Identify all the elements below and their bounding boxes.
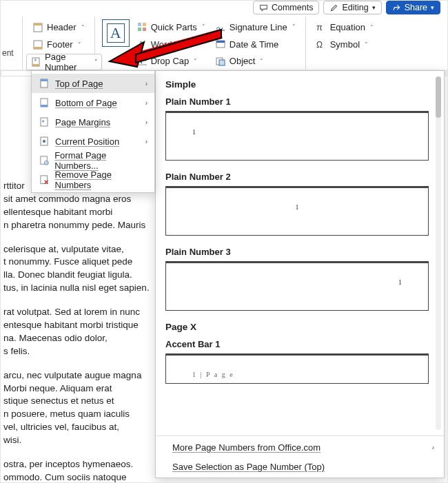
svg-rect-3 [34,47,42,49]
submenu-arrow-icon: › [432,444,434,451]
menu-remove-page-numbers[interactable]: Remove Page Numbers [32,170,154,189]
comments-button[interactable]: Comments [253,1,319,14]
submenu-arrow-icon: › [145,119,147,126]
scrollbar-thumb[interactable] [436,76,441,118]
menu-current-position[interactable]: Current Position › [32,132,154,151]
menu-top-of-page[interactable]: Top of Page › [32,74,154,93]
quick-parts-button[interactable]: Quick Parts ˅ [134,19,208,35]
svg-rect-1 [34,23,42,25]
drop-cap-button[interactable]: A Drop Cap ˅ [134,53,208,69]
preview-number: 1 | P a g e [192,371,234,378]
chevron-down-icon: ˅ [202,23,205,30]
page-top-icon [39,78,50,89]
footer-button[interactable]: Footer ˅ [30,37,88,52]
chevron-down-icon: ˅ [365,41,368,48]
svg-rect-26 [41,105,48,107]
label-fragment: ent [2,48,15,58]
gallery-item-accent-1[interactable]: 1 | P a g e [165,353,429,384]
submenu-arrow-icon: › [145,80,147,88]
share-icon [392,3,401,12]
wordart-button[interactable]: A WordArt [134,37,208,52]
header-button[interactable]: Header ˅ [30,19,88,35]
object-label: Object [230,56,256,66]
date-time-button[interactable]: Date & Time [212,37,298,52]
submenu-arrow-icon: › [145,99,147,107]
ruler[interactable] [1,70,32,76]
symbol-button[interactable]: Ω Symbol ˅ [313,37,376,52]
svg-rect-24 [41,79,48,81]
gallery-item-plain-1[interactable]: 1 [165,111,429,161]
chevron-down-icon: ˅ [78,41,81,48]
menu-label: Page Margins [55,117,110,127]
chevron-down-icon: ▾ [431,4,434,11]
remove-icon [39,174,50,185]
page-margins-icon: # [39,116,50,127]
symbol-icon: Ω [316,39,327,50]
menu-format-page-numbers[interactable]: Format Page Numbers... [32,151,154,170]
format-icon [39,155,49,166]
share-button[interactable]: Share ▾ [386,1,440,14]
textbox-icon: A [102,19,130,47]
more-label: More Page Numbers from Office.com [172,442,320,453]
gallery-item-title: Plain Number 2 [165,172,429,182]
svg-rect-7 [143,28,146,31]
chevron-down-icon: ˅ [194,58,197,65]
svg-rect-4 [138,23,141,26]
signature-label: Signature Line [230,22,287,32]
svg-text:#: # [34,58,37,62]
scrollbar-track[interactable] [436,76,441,430]
header-icon [32,22,43,33]
drop-cap-label: Drop Cap [151,56,190,66]
footer-icon [32,39,43,50]
page-bottom-icon [39,97,50,108]
menu-page-margins[interactable]: # Page Margins › [32,112,154,132]
page-number-menu: Top of Page › Bottom of Page › # Page Ma… [31,70,155,193]
svg-point-32 [45,161,49,165]
object-button[interactable]: Object ˅ [212,53,298,69]
more-from-office-button[interactable]: More Page Numbers from Office.com › [156,438,444,457]
svg-rect-15 [216,41,225,43]
equation-label: Equation [330,22,365,32]
svg-text:A: A [137,39,143,49]
preview-number: 1 [296,203,299,211]
gallery-scroll[interactable]: Simple Plain Number 1 1 Plain Number 2 1… [156,71,444,435]
save-selection-button[interactable]: Save Selection as Page Number (Top) [156,457,444,476]
signature-icon [215,21,226,32]
gallery-item-plain-3[interactable]: 1 [165,261,429,311]
header-label: Header [47,22,77,32]
drop-cap-icon: A [136,56,147,67]
chevron-down-icon: ˅ [81,24,85,31]
quick-parts-label: Quick Parts [151,22,197,32]
footer-label: Footer [47,39,73,50]
menu-label: Top of Page [55,79,103,89]
chevron-down-icon: ▾ [372,4,376,11]
ribbon-group-symbols: π Equation ˅ Ω Symbol ˅ [306,17,383,70]
save-label: Save Selection as Page Number (Top) [172,462,325,472]
wordart-label: WordArt [151,39,183,50]
current-position-icon [39,136,50,147]
wordart-icon: A [136,39,147,50]
signature-line-button[interactable]: Signature Line ˅ [212,19,298,35]
pencil-icon [329,3,338,12]
equation-button[interactable]: π Equation ˅ [313,19,376,35]
page-number-label: Page Number [45,52,91,72]
chevron-down-icon: ˅ [94,59,98,65]
page-number-button[interactable]: # Page Number ˅ [26,54,102,70]
svg-rect-17 [219,60,225,65]
gallery-section-pagex: Page X [165,322,429,332]
page-number-icon: # [30,56,41,68]
object-icon [215,56,226,67]
gallery-item-title: Plain Number 1 [165,96,429,107]
comments-label: Comments [272,3,313,12]
textbox-button[interactable]: A [102,19,130,69]
quick-parts-icon [136,21,147,32]
svg-text:Ω: Ω [316,40,323,50]
page-number-gallery: Simple Plain Number 1 1 Plain Number 2 1… [155,70,445,478]
menu-bottom-of-page[interactable]: Bottom of Page › [32,93,154,112]
gallery-item-title: Accent Bar 1 [165,339,429,349]
gallery-item-plain-2[interactable]: 1 [165,186,429,236]
share-label: Share [405,3,427,12]
gallery-section-simple: Simple [165,79,429,90]
gallery-footer: More Page Numbers from Office.com › Save… [156,435,444,477]
editing-button[interactable]: Editing ▾ [323,1,381,14]
